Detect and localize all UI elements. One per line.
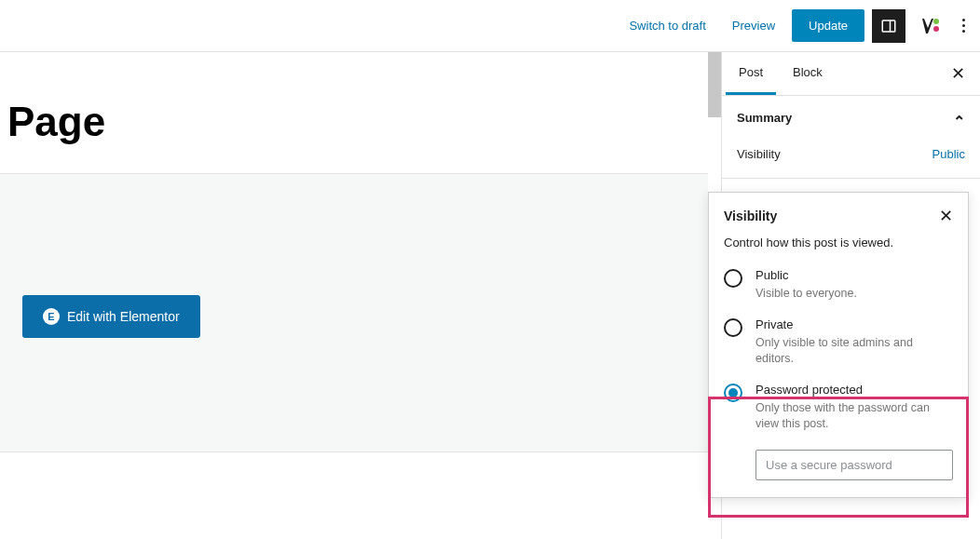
editor-canvas: Page E Edit with Elementor [0, 52, 708, 539]
switch-to-draft-button[interactable]: Switch to draft [619, 11, 715, 40]
visibility-value-button[interactable]: Public [932, 147, 965, 161]
visibility-popover: Visibility ✕ Control how this post is vi… [708, 192, 969, 498]
radio-icon [724, 318, 742, 337]
svg-point-2 [933, 19, 939, 24]
options-menu-button[interactable] [954, 11, 973, 40]
visibility-option-label: Private [755, 317, 953, 331]
visibility-option-desc: Only those with the password can view th… [755, 400, 953, 433]
tab-post[interactable]: Post [726, 52, 776, 95]
visibility-option-public[interactable]: Public Visible to everyone. [724, 261, 953, 310]
visibility-option-private[interactable]: Private Only visible to site admins and … [724, 310, 953, 375]
visibility-label: Visibility [737, 147, 781, 161]
yoast-icon [919, 15, 941, 37]
visibility-row: Visibility Public [722, 140, 980, 178]
canvas-scrollbar[interactable] [708, 52, 721, 117]
password-input[interactable] [755, 450, 953, 480]
radio-icon [724, 269, 742, 288]
content-block-area[interactable]: E Edit with Elementor [0, 173, 708, 452]
visibility-option-desc: Only visible to site admins and editors. [755, 335, 953, 368]
summary-panel: Summary Visibility Public [722, 96, 980, 179]
svg-point-3 [933, 26, 939, 32]
sidebar-tabs: Post Block ✕ [722, 52, 980, 96]
tab-block[interactable]: Block [780, 52, 836, 95]
preview-button[interactable]: Preview [723, 11, 784, 40]
chevron-up-icon [953, 109, 965, 127]
elementor-icon: E [43, 308, 60, 325]
close-sidebar-button[interactable]: ✕ [944, 56, 973, 91]
radio-icon [724, 384, 742, 402]
edit-with-elementor-button[interactable]: E Edit with Elementor [22, 295, 200, 338]
settings-panel-toggle[interactable] [872, 9, 905, 43]
update-button[interactable]: Update [792, 9, 864, 42]
editor-top-bar: Switch to draft Preview Update [0, 0, 980, 52]
visibility-option-password[interactable]: Password protected Only those with the p… [724, 375, 953, 440]
svg-rect-0 [882, 20, 895, 32]
visibility-option-label: Public [755, 268, 953, 282]
summary-title: Summary [737, 111, 792, 125]
sidebar-panel-icon [880, 18, 897, 34]
yoast-button[interactable] [913, 9, 946, 43]
visibility-help-text: Control how this post is viewed. [724, 236, 953, 249]
visibility-popover-close[interactable]: ✕ [939, 208, 953, 224]
elementor-button-label: Edit with Elementor [67, 309, 180, 324]
summary-panel-toggle[interactable]: Summary [722, 96, 980, 140]
visibility-option-desc: Visible to everyone. [755, 286, 953, 303]
visibility-option-label: Password protected [755, 383, 953, 397]
page-title[interactable]: Page [0, 52, 708, 173]
visibility-popover-title: Visibility [724, 209, 777, 223]
